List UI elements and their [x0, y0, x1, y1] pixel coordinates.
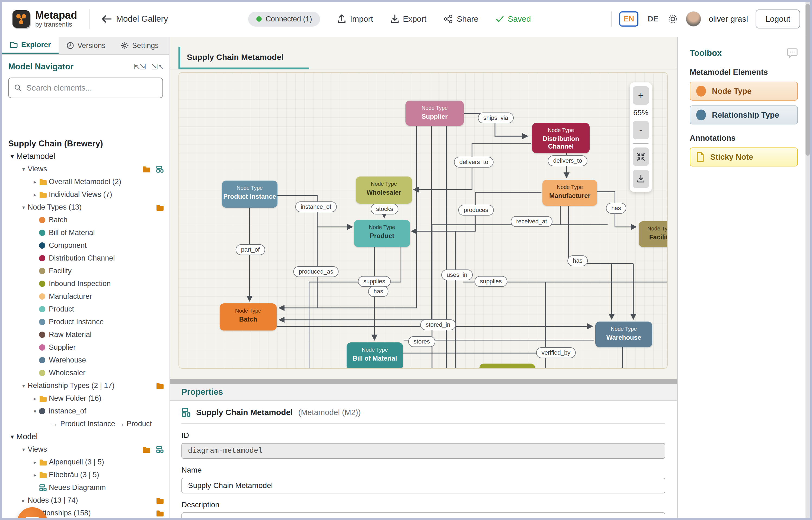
edge-label-delivers_to[interactable]: delivers_to [454, 157, 493, 167]
edge-label-stored_in[interactable]: stored_in [421, 319, 456, 330]
horizontal-scrollbar[interactable] [170, 379, 677, 384]
tree-item-views[interactable]: ▾Views [2, 163, 169, 175]
edge-label-produced_as[interactable]: produced_as [293, 266, 338, 277]
edge-label-has[interactable]: has [567, 255, 588, 266]
import-button[interactable]: Import [337, 15, 373, 24]
tree-caret-icon[interactable]: ▾ [20, 204, 28, 211]
tree-caret-icon[interactable]: ▾ [20, 446, 28, 453]
model-gallery-back-link[interactable]: Model Gallery [101, 14, 168, 24]
export-button[interactable]: Export [390, 15, 427, 24]
edge-label-verified_by[interactable]: verified_by [536, 347, 576, 358]
tree-item-relationship-types-2-17[interactable]: ▾Relationship Types (2 | 17) [2, 379, 169, 392]
tree-item-bill-of-material[interactable]: Bill of Material [2, 226, 169, 239]
tree-item-neues-diagramm[interactable]: Neues Diagramm [2, 481, 169, 494]
toolbox-chip-sticky-note[interactable]: Sticky Note [690, 148, 798, 166]
toolbox-chip-relationship-type[interactable]: Relationship Type [690, 105, 798, 125]
window-scrollbar-thumb[interactable] [806, 4, 810, 156]
zoom-out-button[interactable]: - [633, 121, 649, 139]
name-field[interactable] [181, 478, 665, 493]
tree-item-product-instance-product[interactable]: →Product Instance → Product [2, 417, 169, 430]
tree-item-overall-metamodel-2[interactable]: ▸Overall Metamodel (2) [2, 175, 169, 188]
tab-explorer[interactable]: Explorer [2, 37, 58, 54]
diagram-node-bill-of-material[interactable]: Node TypeBill of Material [347, 342, 403, 369]
tree-item-warehouse[interactable]: Warehouse [2, 354, 169, 367]
connected-status-badge[interactable]: Connected (1) [248, 12, 320, 27]
diagram-node-facility[interactable]: Node TypeFacility [639, 221, 668, 247]
tree-item-metamodel[interactable]: ▾Metamodel [2, 150, 169, 163]
edge-label-ships_via[interactable]: ships_via [478, 112, 514, 123]
logout-button[interactable]: Logout [756, 9, 800, 28]
tree-caret-icon[interactable]: ▸ [31, 395, 39, 402]
tree-item-facility[interactable]: Facility [2, 265, 169, 277]
edge-label-has[interactable]: has [368, 286, 388, 297]
tree-item-distribution-channel[interactable]: Distribution Channel [2, 252, 169, 265]
description-field[interactable] [181, 513, 665, 518]
edge-label-stores[interactable]: stores [408, 336, 435, 347]
edge-label-supplies[interactable]: supplies [358, 276, 391, 287]
tree-item-wholesaler[interactable]: Wholesaler [2, 367, 169, 379]
tree-caret-icon[interactable]: ▸ [31, 472, 39, 478]
tree-caret-icon[interactable]: ▾ [8, 153, 16, 160]
tree-item-alpenquell-3-5[interactable]: ▸Alpenquell (3 | 5) [2, 456, 169, 468]
tree-caret-icon[interactable]: ▾ [20, 166, 28, 173]
diagram-node-distribution-channel[interactable]: Node TypeDistribution Channel [532, 123, 590, 153]
edge-label-supplies[interactable]: supplies [475, 276, 507, 287]
tab-settings[interactable]: Settings [113, 37, 166, 54]
tree-item-new-folder-16[interactable]: ▸New Folder (16) [2, 392, 169, 405]
diagram-canvas[interactable]: Node TypeSupplierNode TypeDistribution C… [178, 72, 668, 369]
tree-caret-icon[interactable]: ▸ [20, 497, 28, 504]
zoom-in-button[interactable]: + [633, 86, 649, 105]
edge-label-received_at[interactable]: received_at [511, 216, 553, 227]
tree-caret-icon[interactable]: ▾ [8, 433, 16, 441]
user-avatar[interactable] [686, 11, 701, 27]
diagram-node-product-instance[interactable]: Node TypeProduct Instance [222, 181, 277, 208]
tree-caret-icon[interactable]: ▾ [20, 383, 28, 389]
tree-item-product-instance[interactable]: Product Instance [2, 316, 169, 328]
tree-item-individual-views-7[interactable]: ▸Individual Views (7) [2, 188, 169, 201]
tree-item-raw-material[interactable]: Raw Material [2, 328, 169, 341]
language-en-toggle[interactable]: EN [619, 11, 638, 27]
tree-item-node-types-13[interactable]: ▾Node Types (13) [2, 201, 169, 214]
diagram-node-manufacturer[interactable]: Node TypeManufacturer [542, 180, 597, 206]
download-image-button[interactable] [633, 170, 649, 188]
tree-item-supply-chain-brewery[interactable]: Supply Chain (Brewery) [2, 137, 169, 150]
tree-item-views[interactable]: ▾Views [2, 443, 169, 456]
tree-item-instance-of[interactable]: ▾instance_of [2, 405, 169, 417]
diagram-node-inbound-inspection[interactable]: Node TypeInbound Inspection [480, 364, 535, 369]
tab-supply-chain-metamodel[interactable]: Supply Chain Metamodel [178, 47, 309, 70]
tree-caret-icon[interactable]: ▸ [31, 179, 39, 185]
tree-item-batch[interactable]: Batch [2, 214, 169, 226]
collapse-all-icon[interactable]: ⇲⇱ [151, 62, 163, 71]
tree-item-product[interactable]: Product [2, 303, 169, 316]
tree-item-component[interactable]: Component [2, 239, 169, 252]
tree-item-model[interactable]: ▾Model [2, 430, 169, 443]
tree-item-supplier[interactable]: Supplier [2, 341, 169, 354]
search-input[interactable] [26, 83, 157, 93]
tree-item-elbebr-u-3-5[interactable]: ▸Elbebräu (3 | 5) [2, 468, 169, 481]
edge-label-stocks[interactable]: stocks [371, 204, 399, 214]
edge-label-produces[interactable]: produces [458, 205, 494, 215]
tab-versions[interactable]: Versions [58, 37, 113, 54]
language-de-toggle[interactable]: DE [646, 12, 660, 25]
feedback-comment-icon[interactable] [787, 48, 798, 58]
tree-item-inbound-inspection[interactable]: Inbound Inspection [2, 277, 169, 290]
edge-label-part_of[interactable]: part_of [236, 244, 265, 255]
tree-caret-icon[interactable]: ▸ [31, 459, 39, 466]
toolbox-chip-node-type[interactable]: Node Type [690, 82, 798, 101]
diagram-node-supplier[interactable]: Node TypeSupplier [405, 101, 464, 126]
tree-item-nodes-13-74[interactable]: ▸Nodes (13 | 74) [2, 494, 169, 507]
diagram-node-warehouse[interactable]: Node TypeWarehouse [595, 321, 652, 347]
tree-caret-icon[interactable]: ▸ [31, 191, 39, 198]
diagram-node-batch[interactable]: Node TypeBatch [220, 303, 277, 331]
diagram-node-wholesaler[interactable]: Node TypeWholesaler [356, 177, 412, 204]
expand-all-icon[interactable]: ⇱⇲ [134, 62, 145, 71]
tree-item-manufacturer[interactable]: Manufacturer [2, 290, 169, 303]
tree-caret-icon[interactable]: ▾ [31, 408, 39, 415]
fit-view-button[interactable] [633, 148, 649, 166]
edge-label-delivers_to[interactable]: delivers_to [548, 155, 587, 166]
edge-label-instance_of[interactable]: instance_of [295, 202, 337, 212]
window-scrollbar[interactable] [806, 2, 810, 518]
theme-sun-icon[interactable] [667, 14, 678, 24]
edge-label-uses_in[interactable]: uses_in [441, 269, 473, 280]
share-button[interactable]: Share [444, 15, 478, 24]
